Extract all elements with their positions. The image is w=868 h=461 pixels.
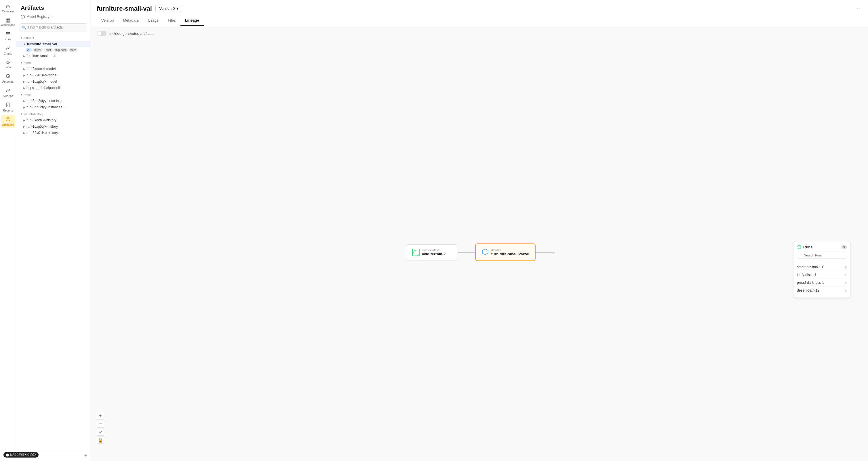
runs-list: smart-plasma-13 ⎋ leafy-disco-1 ⎋ proud-… — [797, 263, 847, 294]
tabs: Version Metadata Usage Files Lineage — [97, 15, 862, 26]
target-node[interactable]: dataset furniture-small-val:v0 — [475, 243, 536, 261]
sidebar-item-jobs[interactable]: ⚙ Jobs — [1, 58, 15, 70]
chevron-down-icon: ▾ — [21, 61, 23, 64]
canvas-area: Include generated artifacts create-datas… — [91, 26, 868, 461]
workspace-icon: ▦ — [5, 18, 10, 23]
zoom-fit-button[interactable]: ⤢ — [97, 428, 104, 436]
zoom-in-button[interactable]: + — [97, 412, 104, 420]
source-node-name: avid-terrain-2 — [422, 252, 445, 256]
tag-filip-best[interactable]: filip-best — [54, 48, 68, 52]
arrow-icon: ▶ — [23, 80, 25, 83]
run-link-icon[interactable]: ⎋ — [845, 288, 847, 292]
source-node[interactable]: create-dataset avid-terrain-2 — [406, 244, 458, 260]
category-dataset[interactable]: ▾ dataset — [16, 34, 91, 41]
arrow-icon: ▶ — [23, 74, 25, 77]
include-toggle[interactable] — [97, 31, 106, 36]
run-item[interactable]: proud-darkness-1 ⎋ — [797, 279, 847, 286]
tab-metadata[interactable]: Metadata — [118, 15, 143, 26]
tree-item-furniture-small-val[interactable]: ▼ furniture-small-val — [16, 41, 91, 47]
sidebar: Artifacts Model Registry → 🔍 ▾ dataset ▼… — [16, 0, 91, 461]
tree-item-run-32v01i4b-history[interactable]: ▶ run-32v01i4b-history — [16, 129, 91, 136]
zoom-lock-button[interactable]: 🔒 — [97, 436, 104, 444]
svg-marker-12 — [482, 249, 488, 255]
model-registry-link[interactable]: Model Registry → — [16, 13, 91, 22]
sidebar-item-workspace[interactable]: ▦ Workspace — [1, 16, 15, 28]
add-button[interactable]: + — [84, 453, 87, 459]
tree-item-furniture-small-train[interactable]: ▶ furniture-small-train — [16, 53, 91, 59]
sidebar-item-runs[interactable]: Runs — [1, 29, 15, 42]
arrow-icon: ▶ — [23, 125, 25, 128]
graph-arrow-2 — [536, 252, 553, 253]
tree-item-run-3kqcnlkl-history[interactable]: ▶ run-3kqcnlkl-history — [16, 117, 91, 123]
tag-latest[interactable]: latest — [33, 48, 43, 52]
graph-canvas: create-dataset avid-terrain-2 dataset — [91, 44, 868, 461]
run-item[interactable]: leafy-disco-1 ⎋ — [797, 271, 847, 279]
arrow-icon: ▶ — [23, 106, 25, 109]
sidebar-item-sweeps[interactable]: Sweeps — [1, 86, 15, 99]
sidebar-item-automat[interactable]: Automat. — [1, 72, 15, 85]
tag-v0[interactable]: v0 — [25, 48, 32, 52]
tab-usage[interactable]: Usage — [143, 15, 163, 26]
tree-item-run-32v01i4b-model[interactable]: ▶ run-32v01i4b-model — [16, 72, 91, 78]
version-button[interactable]: Version 0 ▾ — [155, 5, 182, 12]
sidebar-item-artifacts[interactable]: Artifacts — [1, 115, 15, 128]
run-link-icon[interactable]: ⎋ — [845, 280, 847, 285]
tab-files[interactable]: Files — [163, 15, 180, 26]
svg-marker-9 — [7, 118, 9, 120]
chevron-down-icon: ▾ — [21, 112, 23, 116]
left-navigation: ⊙ Overview ▦ Workspace Runs Charts ⚙ Job… — [0, 0, 16, 461]
chevron-down-icon: ▾ — [21, 93, 23, 96]
tab-lineage[interactable]: Lineage — [181, 15, 204, 26]
more-button[interactable]: ··· — [853, 4, 862, 13]
zoom-out-button[interactable]: − — [97, 420, 104, 428]
gifox-badge: ⬤ MADE WITH GIFOX — [16, 452, 38, 458]
sweeps-icon — [5, 88, 11, 94]
reports-icon — [5, 102, 11, 108]
target-node-type: dataset — [491, 249, 529, 252]
sidebar-content: ▾ dataset ▼ furniture-small-val v0 lates… — [16, 34, 91, 450]
tag-new[interactable]: new — [69, 48, 78, 52]
run-link-icon[interactable]: ⎋ — [845, 264, 847, 269]
svg-rect-0 — [6, 32, 10, 33]
charts-icon — [5, 46, 11, 52]
svg-rect-2 — [6, 35, 9, 35]
jobs-icon: ⚙ — [6, 60, 10, 65]
include-row: Include generated artifacts — [91, 26, 868, 40]
tree-item-run-1cxg5qfx-model[interactable]: ▶ run-1cxg5qfx-model — [16, 78, 91, 85]
overview-icon: ⊙ — [6, 4, 10, 9]
graph-inner: create-dataset avid-terrain-2 dataset — [406, 243, 553, 261]
run-link-icon[interactable]: ⎋ — [845, 272, 847, 277]
arrow-icon: ▶ — [23, 119, 25, 122]
runs-search-input[interactable] — [797, 252, 847, 258]
search-input[interactable] — [20, 23, 87, 31]
tree-item-run-3nq3ctyy-coco[interactable]: ▶ run-3nq3ctyy-coco-inst... — [16, 98, 91, 104]
category-result[interactable]: ▾ result — [16, 91, 91, 98]
tree-item-run-3kqcnlkl-model[interactable]: ▶ run-3kqcnlkl-model — [16, 66, 91, 72]
sidebar-item-overview[interactable]: ⊙ Overview — [1, 2, 15, 15]
sidebar-item-charts[interactable]: Charts — [1, 44, 15, 57]
category-model[interactable]: ▾ model — [16, 59, 91, 66]
automat-icon — [5, 74, 11, 80]
tag-best[interactable]: best — [44, 48, 53, 52]
tree-item-https-dl[interactable]: ▶ https___dl.fbaipublicfil... — [16, 85, 91, 91]
page-title: furniture-small-val — [97, 5, 152, 12]
tree-item-run-3nq3ctyy-instances[interactable]: ▶ run-3nq3ctyy-instances... — [16, 104, 91, 110]
chevron-down-icon: ▾ — [177, 6, 179, 11]
sidebar-title: Artifacts — [16, 0, 91, 13]
search-icon: 🔍 — [22, 25, 27, 30]
tab-version[interactable]: Version — [97, 15, 118, 26]
target-node-name: furniture-small-val:v0 — [491, 252, 529, 256]
run-item[interactable]: desert-oath-12 ⎋ — [797, 286, 847, 294]
svg-marker-8 — [6, 117, 10, 121]
category-wandb-history[interactable]: ▾ wandb-history — [16, 110, 91, 117]
runs-panel-header: Runs 9 — [797, 244, 847, 249]
svg-marker-10 — [21, 15, 25, 19]
tree-item-run-1cxg5qfx-history[interactable]: ▶ run-1cxg5qfx-history — [16, 123, 91, 129]
title-row: furniture-small-val Version 0 ▾ ··· — [97, 0, 862, 13]
include-label: Include generated artifacts — [110, 31, 153, 36]
arrow-icon: ▶ — [23, 54, 25, 58]
sidebar-item-reports[interactable]: Reports — [1, 100, 15, 114]
zoom-controls: + − ⤢ 🔒 — [97, 412, 104, 444]
run-item[interactable]: smart-plasma-13 ⎋ — [797, 263, 847, 271]
chevron-down-icon: ▾ — [21, 36, 23, 40]
